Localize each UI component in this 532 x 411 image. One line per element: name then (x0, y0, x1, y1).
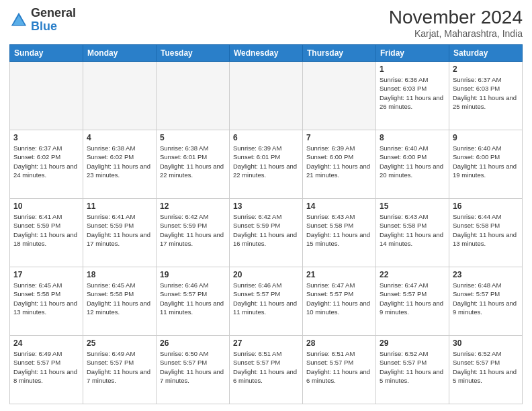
day-number: 2 (453, 64, 519, 74)
day-number: 16 (453, 201, 519, 211)
day-number: 9 (453, 133, 519, 142)
calendar-cell (157, 62, 230, 130)
calendar-cell: 5Sunrise: 6:38 AMSunset: 6:01 PMDaylight… (157, 130, 230, 199)
day-info: Sunrise: 6:42 AMSunset: 5:59 PMDaylight:… (233, 212, 299, 248)
day-number: 24 (13, 338, 79, 348)
day-number: 22 (380, 270, 445, 279)
calendar-cell: 20Sunrise: 6:46 AMSunset: 5:57 PMDayligh… (230, 267, 303, 336)
day-info: Sunrise: 6:38 AMSunset: 6:01 PMDaylight:… (160, 144, 226, 179)
calendar-cell: 12Sunrise: 6:42 AMSunset: 5:59 PMDayligh… (157, 199, 230, 267)
calendar-cell: 3Sunrise: 6:37 AMSunset: 6:02 PMDaylight… (10, 130, 83, 199)
logo-general: General (31, 6, 76, 19)
day-info: Sunrise: 6:47 AMSunset: 5:57 PMDaylight:… (380, 281, 445, 316)
logo: General Blue (9, 7, 76, 34)
calendar-cell: 10Sunrise: 6:41 AMSunset: 5:59 PMDayligh… (10, 199, 83, 267)
day-number: 15 (380, 201, 445, 211)
logo-icon (9, 11, 28, 30)
calendar-cell: 9Sunrise: 6:40 AMSunset: 6:00 PMDaylight… (449, 130, 523, 199)
calendar-cell: 2Sunrise: 6:37 AMSunset: 6:03 PMDaylight… (449, 62, 523, 130)
calendar-cell (83, 62, 157, 130)
calendar-cell: 1Sunrise: 6:36 AMSunset: 6:03 PMDaylight… (376, 62, 449, 130)
day-info: Sunrise: 6:41 AMSunset: 5:59 PMDaylight:… (87, 212, 152, 248)
calendar-week-row: 10Sunrise: 6:41 AMSunset: 5:59 PMDayligh… (10, 199, 523, 267)
day-info: Sunrise: 6:52 AMSunset: 5:57 PMDaylight:… (380, 349, 445, 385)
calendar-cell: 29Sunrise: 6:52 AMSunset: 5:57 PMDayligh… (376, 336, 449, 404)
weekday-header: Monday (83, 45, 157, 62)
day-number: 19 (160, 270, 226, 279)
day-info: Sunrise: 6:49 AMSunset: 5:57 PMDaylight:… (13, 349, 79, 385)
calendar-cell: 18Sunrise: 6:45 AMSunset: 5:58 PMDayligh… (83, 267, 157, 336)
day-number: 17 (13, 270, 79, 279)
weekday-header-row: SundayMondayTuesdayWednesdayThursdayFrid… (10, 45, 523, 62)
calendar-cell: 7Sunrise: 6:39 AMSunset: 6:00 PMDaylight… (303, 130, 376, 199)
calendar-week-row: 24Sunrise: 6:49 AMSunset: 5:57 PMDayligh… (10, 336, 523, 404)
day-info: Sunrise: 6:46 AMSunset: 5:57 PMDaylight:… (160, 281, 226, 316)
calendar-cell: 22Sunrise: 6:47 AMSunset: 5:57 PMDayligh… (376, 267, 449, 336)
day-number: 8 (380, 133, 445, 142)
day-info: Sunrise: 6:49 AMSunset: 5:57 PMDaylight:… (87, 349, 152, 385)
calendar-cell: 21Sunrise: 6:47 AMSunset: 5:57 PMDayligh… (303, 267, 376, 336)
weekday-header: Sunday (10, 45, 83, 62)
calendar-cell: 25Sunrise: 6:49 AMSunset: 5:57 PMDayligh… (83, 336, 157, 404)
day-number: 12 (160, 201, 226, 211)
day-info: Sunrise: 6:41 AMSunset: 5:59 PMDaylight:… (13, 212, 79, 248)
calendar-cell: 27Sunrise: 6:51 AMSunset: 5:57 PMDayligh… (230, 336, 303, 404)
day-number: 10 (13, 201, 79, 211)
calendar-cell: 24Sunrise: 6:49 AMSunset: 5:57 PMDayligh… (10, 336, 83, 404)
day-info: Sunrise: 6:45 AMSunset: 5:58 PMDaylight:… (87, 281, 152, 316)
day-info: Sunrise: 6:48 AMSunset: 5:57 PMDaylight:… (453, 281, 519, 316)
calendar-cell: 16Sunrise: 6:44 AMSunset: 5:58 PMDayligh… (449, 199, 523, 267)
calendar-cell: 15Sunrise: 6:43 AMSunset: 5:58 PMDayligh… (376, 199, 449, 267)
weekday-header: Friday (376, 45, 449, 62)
day-number: 20 (233, 270, 299, 279)
day-info: Sunrise: 6:47 AMSunset: 5:57 PMDaylight:… (306, 281, 372, 316)
calendar-cell (303, 62, 376, 130)
calendar-cell: 4Sunrise: 6:38 AMSunset: 6:02 PMDaylight… (83, 130, 157, 199)
day-number: 1 (380, 64, 445, 74)
page: General Blue November 2024 Karjat, Mahar… (0, 0, 532, 411)
day-number: 4 (87, 133, 152, 142)
calendar-cell: 19Sunrise: 6:46 AMSunset: 5:57 PMDayligh… (157, 267, 230, 336)
day-info: Sunrise: 6:38 AMSunset: 6:02 PMDaylight:… (87, 144, 152, 179)
calendar-cell: 6Sunrise: 6:39 AMSunset: 6:01 PMDaylight… (230, 130, 303, 199)
day-number: 25 (87, 338, 152, 348)
calendar-week-row: 1Sunrise: 6:36 AMSunset: 6:03 PMDaylight… (10, 62, 523, 130)
day-info: Sunrise: 6:39 AMSunset: 6:00 PMDaylight:… (306, 144, 372, 179)
day-number: 5 (160, 133, 226, 142)
month-title: November 2024 (389, 7, 523, 28)
day-number: 26 (160, 338, 226, 348)
day-number: 18 (87, 270, 152, 279)
day-info: Sunrise: 6:51 AMSunset: 5:57 PMDaylight:… (306, 349, 372, 385)
day-info: Sunrise: 6:37 AMSunset: 6:02 PMDaylight:… (13, 144, 79, 179)
day-number: 11 (87, 201, 152, 211)
weekday-header: Saturday (449, 45, 523, 62)
calendar: SundayMondayTuesdayWednesdayThursdayFrid… (9, 44, 523, 404)
weekday-header: Wednesday (230, 45, 303, 62)
day-info: Sunrise: 6:43 AMSunset: 5:58 PMDaylight:… (380, 212, 445, 248)
calendar-cell: 14Sunrise: 6:43 AMSunset: 5:58 PMDayligh… (303, 199, 376, 267)
day-number: 21 (306, 270, 372, 279)
header: General Blue November 2024 Karjat, Mahar… (9, 7, 523, 39)
day-number: 7 (306, 133, 372, 142)
calendar-cell: 28Sunrise: 6:51 AMSunset: 5:57 PMDayligh… (303, 336, 376, 404)
logo-text: General Blue (31, 7, 76, 34)
calendar-cell: 30Sunrise: 6:52 AMSunset: 5:57 PMDayligh… (449, 336, 523, 404)
day-number: 28 (306, 338, 372, 348)
title-section: November 2024 Karjat, Maharashtra, India (389, 7, 523, 39)
day-number: 13 (233, 201, 299, 211)
day-info: Sunrise: 6:50 AMSunset: 5:57 PMDaylight:… (160, 349, 226, 385)
day-info: Sunrise: 6:40 AMSunset: 6:00 PMDaylight:… (453, 144, 519, 179)
day-info: Sunrise: 6:39 AMSunset: 6:01 PMDaylight:… (233, 144, 299, 179)
calendar-cell: 8Sunrise: 6:40 AMSunset: 6:00 PMDaylight… (376, 130, 449, 199)
weekday-header: Tuesday (157, 45, 230, 62)
day-number: 3 (13, 133, 79, 142)
day-info: Sunrise: 6:42 AMSunset: 5:59 PMDaylight:… (160, 212, 226, 248)
day-number: 6 (233, 133, 299, 142)
day-number: 14 (306, 201, 372, 211)
calendar-week-row: 17Sunrise: 6:45 AMSunset: 5:58 PMDayligh… (10, 267, 523, 336)
day-number: 27 (233, 338, 299, 348)
calendar-cell (10, 62, 83, 130)
day-number: 29 (380, 338, 445, 348)
day-info: Sunrise: 6:46 AMSunset: 5:57 PMDaylight:… (233, 281, 299, 316)
weekday-header: Thursday (303, 45, 376, 62)
